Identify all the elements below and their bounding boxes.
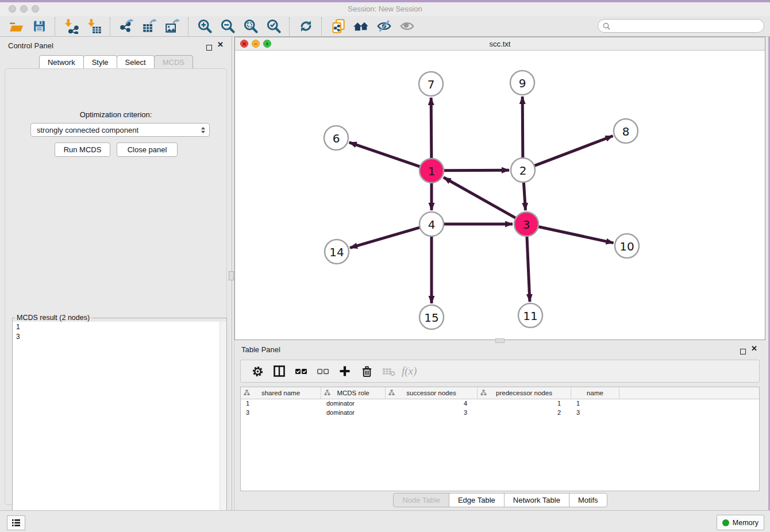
mcds-result-textarea[interactable]: 13 [13, 322, 226, 526]
tab-edge-table[interactable]: Edge Table [449, 493, 505, 507]
table-row[interactable]: 3dominator323 [241, 408, 759, 418]
titlebar: Session: New Session [0, 2, 770, 17]
tab-motifs[interactable]: Motifs [569, 493, 607, 507]
close-table-panel-icon[interactable]: ✕ [751, 346, 757, 352]
import-table-icon[interactable] [84, 17, 104, 36]
control-panel-title: Control Panel [8, 41, 53, 50]
search-input[interactable] [613, 21, 764, 31]
toolbar-separator [188, 17, 189, 36]
show-all-networks-icon[interactable] [351, 17, 371, 36]
graph-edge-1-6[interactable] [349, 142, 420, 167]
column-header-mcds-role[interactable]: MCDS role [321, 387, 386, 399]
table-cell: 4 [386, 399, 478, 408]
graph-node-label: 8 [622, 125, 630, 138]
control-panel-tabs: NetworkStyleSelectMCDS [0, 55, 232, 70]
node-table[interactable]: shared nameMCDS rolesuccessor nodesprede… [240, 387, 760, 491]
table-cell: dominator [321, 399, 386, 408]
hide-panel-icon[interactable] [374, 17, 394, 36]
network-view-window: ✕ − + scc.txt 1234678910111415 [234, 37, 765, 340]
graph-edge-3-11[interactable] [527, 236, 530, 302]
node-table-body: 1dominator4113dominator323 [241, 399, 759, 418]
zoom-in-icon[interactable] [195, 17, 214, 36]
graph-edge-1-2[interactable] [444, 170, 509, 171]
save-session-icon[interactable] [29, 17, 49, 36]
task-history-button[interactable] [7, 515, 25, 530]
tab-network-table[interactable]: Network Table [504, 493, 569, 507]
table-toolbar: f(x) [240, 360, 760, 383]
graph-edge-4-14[interactable] [350, 228, 420, 248]
graph-node-label: 15 [424, 311, 438, 325]
table-panel: Table Panel ✕ f(x) [234, 343, 765, 510]
select-all-icon[interactable] [291, 363, 311, 380]
deselect-all-icon[interactable] [313, 363, 333, 380]
network-window-titlebar[interactable]: ✕ − + scc.txt [235, 37, 765, 51]
import-network-icon[interactable] [61, 17, 81, 36]
zoom-selected-icon[interactable] [264, 17, 283, 36]
column-header-successor-nodes[interactable]: successor nodes [386, 387, 478, 399]
node-table-header: shared nameMCDS rolesuccessor nodesprede… [241, 387, 759, 399]
show-columns-icon[interactable] [270, 363, 289, 380]
memory-button[interactable]: Memory [717, 515, 764, 530]
graph-node-label: 6 [333, 132, 340, 145]
new-network-from-selection-icon[interactable] [328, 17, 348, 36]
graph-edge-3-1[interactable] [444, 178, 516, 218]
zoom-out-icon[interactable] [218, 17, 237, 36]
toolbar-separator [321, 17, 322, 36]
graph-edge-2-8[interactable] [534, 136, 613, 166]
mcds-result-title: MCDS result (2 nodes) [15, 314, 91, 322]
mcds-result-lines: 13 [13, 322, 226, 342]
graph-node-label: 3 [523, 218, 530, 232]
search-field[interactable] [598, 19, 764, 33]
mcds-result-group: MCDS result (2 nodes) 13 [12, 314, 227, 532]
vertical-splitter-handle[interactable] [229, 271, 234, 280]
graph-node-label: 4 [428, 218, 436, 232]
export-image-icon[interactable] [163, 17, 182, 36]
select-stepper-icon [201, 126, 206, 134]
graph-edge-1-7[interactable] [431, 98, 432, 159]
search-icon [603, 22, 610, 30]
zoom-fit-icon[interactable] [241, 17, 260, 36]
graph-node-label: 9 [519, 76, 526, 90]
table-row[interactable]: 1dominator411 [241, 399, 759, 408]
refresh-icon[interactable] [296, 17, 315, 36]
graph-edge-2-9[interactable] [522, 97, 523, 158]
table-settings-gear-icon[interactable] [248, 363, 267, 380]
table-tabs: Node TableEdge TableNetwork TableMotifs [234, 493, 765, 507]
network-window-title: scc.txt [235, 40, 765, 48]
float-panel-icon[interactable] [206, 43, 212, 53]
column-header-name[interactable]: name [571, 387, 619, 399]
graph-edge-3-10[interactable] [538, 226, 614, 242]
add-row-icon[interactable] [335, 363, 355, 380]
table-cell: 1 [571, 399, 619, 408]
horizontal-splitter-handle[interactable] [495, 338, 505, 343]
open-session-icon[interactable] [6, 17, 26, 36]
run-mcds-button[interactable]: Run MCDS [55, 142, 110, 157]
tab-node-table[interactable]: Node Table [393, 493, 449, 507]
show-panel-icon[interactable] [397, 17, 417, 36]
export-table-icon[interactable] [140, 17, 159, 36]
close-panel-button[interactable]: Close panel [117, 142, 178, 157]
tab-style[interactable]: Style [83, 55, 117, 70]
close-panel-icon[interactable]: ✕ [217, 42, 224, 48]
application-window: Session: New Session [0, 0, 770, 532]
delete-table-icon [379, 363, 398, 380]
tab-mcds[interactable]: MCDS [154, 55, 193, 70]
status-bar: Memory [0, 510, 770, 532]
float-table-panel-icon[interactable] [740, 346, 746, 357]
delete-icon[interactable] [357, 363, 376, 380]
export-network-icon[interactable] [117, 17, 136, 36]
result-scrollbar[interactable] [220, 322, 226, 526]
column-header-shared-name[interactable]: shared name [241, 387, 321, 399]
table-cell: 3 [386, 408, 478, 418]
network-graph-canvas[interactable]: 1234678910111415 [235, 51, 765, 340]
column-header-predecessor-nodes[interactable]: predecessor nodes [478, 387, 571, 399]
optimization-criterion-select[interactable]: strongly connected component [30, 123, 210, 137]
graph-edge-2-3[interactable] [523, 182, 525, 210]
tab-select[interactable]: Select [117, 55, 155, 70]
result-line: 1 [16, 322, 226, 332]
graph-node-label: 2 [519, 164, 527, 178]
tab-network[interactable]: Network [39, 55, 84, 70]
optimization-criterion-label: Optimization criterion: [5, 110, 226, 119]
table-cell: 2 [478, 408, 571, 418]
control-panel: Control Panel ✕ NetworkStyleSelectMCDS O… [0, 37, 232, 510]
